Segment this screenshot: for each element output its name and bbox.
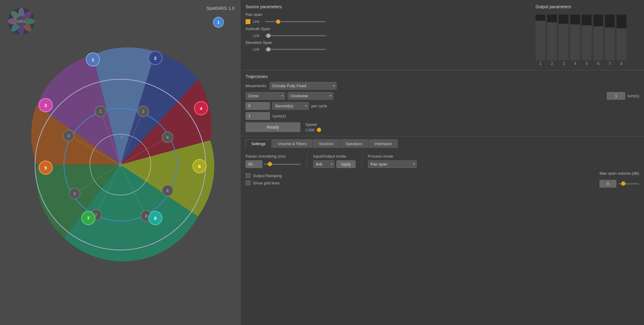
- output-ramping-checkbox[interactable]: [246, 173, 250, 178]
- max-span-row: [600, 180, 639, 188]
- meter-8: 8: [617, 15, 626, 66]
- tab-speakers[interactable]: Speakers: [340, 139, 368, 148]
- output-ramping-row: Output Ramping: [246, 173, 282, 178]
- direction-select[interactable]: Clockwise Counter-Clockwise: [288, 92, 333, 100]
- show-grid-lines-checkbox[interactable]: [246, 180, 250, 185]
- pan-span-link-box[interactable]: [246, 19, 250, 24]
- tabs-section: Settings Volume & Filters Sources Speake…: [241, 136, 644, 193]
- duration-unit-wrapper[interactable]: Second(s) Minute(s): [272, 102, 309, 110]
- tab-sources[interactable]: Sources: [313, 139, 339, 148]
- meter-bar-2: [547, 15, 557, 60]
- svg-text:5: 5: [44, 165, 47, 170]
- meter-7: 7: [605, 15, 615, 66]
- azimuth-span-row: Azimuth Span: [246, 27, 529, 31]
- cycles-row: cycle(s): [246, 112, 639, 120]
- duration-input[interactable]: [246, 102, 270, 110]
- svg-text:7: 7: [87, 216, 90, 221]
- output-params: Output parameters 1 2: [536, 4, 639, 67]
- left-panel: GRIS SpatGRIS 1.0 1: [0, 0, 241, 325]
- max-span-label: Max span volume (dB): [600, 171, 639, 176]
- pan-span-row: Pan span: [246, 12, 529, 17]
- pan-span-label: Pan span: [246, 12, 279, 17]
- param-smoothing-group: Param smoothing (ms): [246, 154, 301, 168]
- svg-text:4: 4: [200, 106, 203, 111]
- movements-label: Movements:: [246, 84, 267, 88]
- elevation-span-slider[interactable]: [265, 49, 326, 50]
- meter-bar-7: [605, 15, 615, 60]
- show-grid-lines-label: Show grid lines: [253, 181, 280, 185]
- output-ramping-label: Output Ramping: [253, 173, 282, 178]
- tab-interfaces[interactable]: Interfaces: [369, 139, 398, 148]
- meter-bar-8: [617, 15, 626, 60]
- io-mode-group: Input/Output mode 8x8 16x16 4x4 Apply: [313, 154, 356, 168]
- movements-select-wrapper[interactable]: Circular Fully Fixed Circular Relative F…: [270, 82, 337, 90]
- param-smooth-slider[interactable]: [264, 164, 301, 165]
- speed-thumb: [317, 128, 321, 132]
- direction-select-wrapper[interactable]: Clockwise Counter-Clockwise: [288, 92, 333, 100]
- io-mode-select[interactable]: 8x8 16x16 4x4: [313, 160, 334, 168]
- cycles-input[interactable]: [246, 112, 270, 120]
- settings-row-2: Output Ramping Show grid lines Max span …: [246, 171, 639, 188]
- param-smoothing-input[interactable]: [246, 160, 262, 168]
- pan-span-control-row: Link: [246, 19, 529, 24]
- svg-text:6: 6: [198, 164, 201, 169]
- movements-select[interactable]: Circular Fully Fixed Circular Relative F…: [270, 82, 337, 90]
- tab-settings[interactable]: Settings: [246, 139, 271, 148]
- ready-button[interactable]: Ready: [246, 122, 300, 132]
- speed-value: 1.000: [305, 128, 314, 132]
- meter-bar-6: [593, 15, 603, 60]
- source-params: Source parameters Pan span Link Azimuth …: [246, 4, 529, 67]
- process-mode-select[interactable]: Pan span Binaural Stereo: [368, 160, 417, 168]
- output-params-title: Output parameters: [536, 4, 639, 9]
- duration-unit-select[interactable]: Second(s) Minute(s): [272, 102, 309, 110]
- speed-label: Speed: [305, 122, 317, 127]
- process-mode-select-wrapper[interactable]: Pan span Binaural Stereo: [368, 160, 417, 168]
- settings-row-1: Param smoothing (ms) Input/Output mode: [246, 154, 639, 168]
- process-mode-label: Process mode: [368, 154, 417, 159]
- max-span-thumb: [621, 181, 625, 186]
- meter-1: 1: [536, 15, 545, 66]
- process-mode-group: Process mode Pan span Binaural Stereo: [368, 154, 417, 168]
- azimuth-span-slider[interactable]: [265, 35, 326, 36]
- turns-label: turn(s): [628, 94, 639, 98]
- source-params-title: Source parameters: [246, 4, 529, 9]
- cycles-label: cycle(s): [272, 114, 286, 118]
- io-mode-input-row: 8x8 16x16 4x4 Apply: [313, 160, 356, 168]
- max-span-slider[interactable]: [619, 183, 639, 184]
- turns-input[interactable]: [607, 92, 625, 100]
- trajectories-section: Trajectories Movements: Circular Fully F…: [241, 70, 644, 136]
- shape-select-wrapper[interactable]: Circle Ellipse Spiral: [246, 92, 285, 100]
- azimuth-span-label: Azimuth Span: [246, 27, 279, 31]
- meter-bar-3: [559, 15, 568, 60]
- top-section: Source parameters Pan span Link Azimuth …: [241, 0, 644, 70]
- pan-span-thumb: [276, 20, 280, 24]
- trajectories-title: Trajectories: [246, 74, 639, 79]
- svg-text:2: 2: [142, 109, 144, 114]
- azimuth-span-thumb: [266, 34, 271, 38]
- svg-text:3: 3: [44, 103, 47, 108]
- right-panel: Source parameters Pan span Link Azimuth …: [241, 0, 644, 325]
- svg-text:8: 8: [145, 214, 147, 218]
- tab-volume-filters[interactable]: Volume & Filters: [272, 139, 313, 148]
- duration-row: Second(s) Minute(s) per cycle: [246, 102, 639, 110]
- param-smoothing-label: Param smoothing (ms): [246, 154, 301, 159]
- elevation-link-label: Link: [253, 47, 263, 52]
- max-span-input[interactable]: [600, 180, 616, 188]
- shape-direction-row: Circle Ellipse Spiral Clockwise Counter-…: [246, 92, 639, 100]
- divider-1: [307, 154, 307, 168]
- per-cycle-label: per cycle: [311, 104, 327, 108]
- circular-viz[interactable]: 1 2 3 4 5 6 7 8 1 2 3 4 5: [3, 18, 238, 311]
- meter-2: 2: [547, 15, 557, 66]
- io-mode-select-wrapper[interactable]: 8x8 16x16 4x4: [313, 160, 334, 168]
- pan-span-slider[interactable]: [265, 21, 326, 22]
- show-grid-lines-row: Show grid lines: [246, 180, 282, 185]
- meter-bar-5: [582, 15, 592, 60]
- shape-select[interactable]: Circle Ellipse Spiral: [246, 92, 285, 100]
- io-mode-label: Input/Output mode: [313, 154, 356, 159]
- svg-text:8: 8: [154, 216, 157, 221]
- svg-text:6: 6: [166, 188, 168, 193]
- apply-button[interactable]: Apply: [336, 160, 356, 168]
- movements-row: Movements: Circular Fully Fixed Circular…: [246, 82, 639, 90]
- meter-bar-4: [570, 15, 580, 60]
- azimuth-link-label: Link: [253, 34, 263, 38]
